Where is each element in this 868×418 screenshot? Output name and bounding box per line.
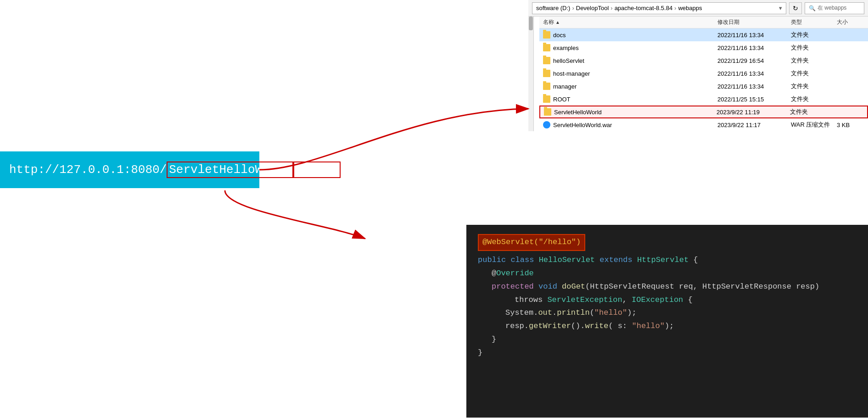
arrow-url-to-folder [259,109,528,170]
arrow-url-to-code [225,190,365,239]
arrow-overlay [0,0,868,418]
